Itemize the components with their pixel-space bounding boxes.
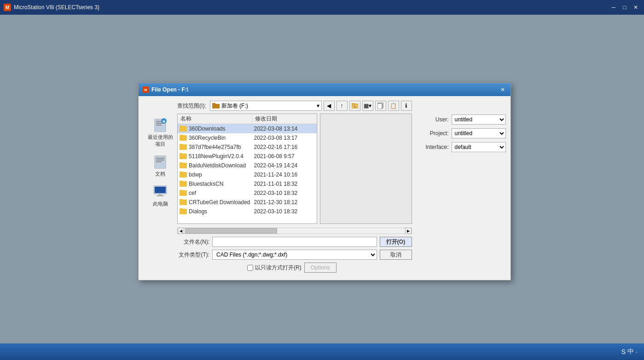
col-date-header[interactable]: 修改日期 (252, 114, 317, 124)
folder-icon (180, 126, 187, 131)
svg-text:+: + (354, 105, 356, 109)
location-label: 查找范围(I): (177, 102, 206, 110)
taskbar: S 中 · (0, 343, 644, 360)
file-list[interactable]: 名称 修改日期 360Downloads 2022-03-08 13:14 36… (177, 114, 317, 224)
folder-icon (180, 154, 187, 159)
table-row[interactable]: CRTubeGet Downloaded 2021-12-30 18:12 (178, 198, 316, 207)
toolbar-row: 查找范围(I): 新加卷 (F:) ▾ ◀ ↑ + ▦▾ 📋 ℹ (177, 101, 412, 111)
title-bar: M MicroStation V8i (SELECTseries 3) ─ □ … (0, 0, 644, 15)
maximize-button[interactable]: □ (620, 3, 629, 11)
table-row[interactable]: BluestacksCN 2021-11-01 18:32 (178, 179, 316, 189)
properties-button[interactable]: ℹ (401, 101, 412, 111)
table-row[interactable]: cef 2022-03-10 18:32 (178, 189, 316, 198)
readonly-text: 以只读方式打开(R) (255, 264, 302, 272)
table-row[interactable]: 360RecycleBin 2022-03-08 13:17 (178, 133, 316, 143)
user-row: User: untitled (417, 114, 506, 125)
svg-text:★: ★ (162, 119, 166, 124)
cancel-button[interactable]: 取消 (380, 250, 412, 260)
nav-computer[interactable]: 此电脑 (145, 181, 176, 209)
dialog-body: ★ 最近使用的项目 文档 (139, 96, 511, 280)
folder-icon (180, 190, 187, 196)
file-list-container: 名称 修改日期 360Downloads 2022-03-08 13:14 36… (177, 114, 412, 224)
filename-label: 文件名(N): (177, 238, 209, 246)
back-button[interactable]: ◀ (324, 101, 335, 111)
open-button[interactable]: 打开(O) (380, 237, 412, 247)
table-row[interactable]: bdwp 2021-11-24 10:16 (178, 170, 316, 179)
project-select[interactable]: untitled (452, 128, 506, 138)
folder-icon (180, 209, 187, 214)
recent-icon: ★ (152, 116, 168, 133)
svg-rect-8 (156, 160, 164, 160)
window-controls: ─ □ ✕ (609, 3, 640, 11)
file-name-cell: cef (178, 190, 252, 196)
dialog-icon: M (142, 86, 149, 93)
file-name-cell: BaiduNetdiskDownload (178, 162, 252, 169)
interface-row: Interface: default (417, 142, 506, 152)
table-row[interactable]: 387d7fbe44e275a7fb 2022-02-16 17:16 (178, 143, 316, 152)
table-row[interactable]: 5118NewPluginV2.0.4 2021-06-08 9:57 (178, 152, 316, 161)
filename-row: 文件名(N): 打开(O) (177, 237, 412, 247)
folder-icon (180, 144, 187, 150)
file-date-cell: 2022-02-16 17:16 (252, 144, 317, 150)
file-name-cell: 360RecycleBin (178, 135, 252, 141)
file-date-cell: 2022-03-08 13:14 (252, 126, 317, 132)
copy-button[interactable] (375, 101, 386, 111)
recent-label: 最近使用的项目 (146, 134, 174, 148)
view-button[interactable]: ▦▾ (362, 101, 373, 111)
filename-input[interactable] (212, 237, 377, 247)
filetype-select[interactable]: CAD Files (*.dgn;*.dwg;*.dxf) (212, 250, 377, 260)
svg-rect-15 (212, 103, 215, 105)
readonly-row: 以只读方式打开(R) Options (177, 263, 412, 273)
svg-rect-13 (157, 195, 164, 196)
file-name-cell: 387d7fbe44e275a7fb (178, 144, 252, 150)
dialog-close-button[interactable]: ✕ (499, 86, 507, 93)
table-row[interactable]: 360Downloads 2022-03-08 13:14 (178, 124, 316, 133)
user-select[interactable]: untitled (452, 114, 506, 125)
file-date-cell: 2022-04-19 14:24 (252, 162, 317, 169)
nav-recent[interactable]: ★ 最近使用的项目 (145, 114, 176, 149)
file-name-cell: CRTubeGet Downloaded (178, 199, 252, 206)
nav-documents[interactable]: 文档 (145, 151, 176, 179)
project-row: Project: untitled (417, 128, 506, 138)
interface-select[interactable]: default (452, 142, 506, 152)
file-name-cell: bdwp (178, 171, 252, 178)
file-date-cell: 2022-03-08 13:17 (252, 135, 317, 141)
minimize-button[interactable]: ─ (609, 3, 618, 11)
svg-rect-20 (377, 103, 382, 109)
scroll-thumb[interactable] (185, 228, 277, 234)
dialog-title: File Open - F:\ (151, 86, 499, 93)
svg-rect-9 (156, 161, 162, 162)
horizontal-scrollbar[interactable]: ◀ ▶ (177, 228, 412, 234)
close-button[interactable]: ✕ (631, 3, 640, 11)
folder-icon (180, 172, 187, 177)
file-open-dialog: M File Open - F:\ ✕ ★ 最近使用的项目 (138, 83, 511, 280)
main-content: 查找范围(I): 新加卷 (F:) ▾ ◀ ↑ + ▦▾ 📋 ℹ (177, 101, 412, 275)
readonly-label[interactable]: 以只读方式打开(R) (247, 264, 302, 272)
file-name-cell: 360Downloads (178, 126, 252, 132)
readonly-checkbox[interactable] (247, 265, 253, 271)
nav-sidebar: ★ 最近使用的项目 文档 (143, 101, 177, 275)
file-date-cell: 2021-12-30 18:12 (252, 199, 317, 206)
options-button[interactable]: Options (304, 263, 337, 273)
location-dropdown[interactable]: 新加卷 (F:) ▾ (210, 101, 322, 111)
computer-label: 此电脑 (153, 200, 168, 207)
taskbar-ime: S 中 · (619, 347, 640, 357)
paste-button[interactable]: 📋 (388, 101, 399, 111)
right-panel: User: untitled Project: untitled Interfa… (412, 101, 506, 275)
col-name-header[interactable]: 名称 (178, 114, 252, 124)
filetype-row: 文件类型(T): CAD Files (*.dgn;*.dwg;*.dxf) 取… (177, 250, 412, 260)
svg-rect-11 (155, 187, 166, 193)
scroll-left-button[interactable]: ◀ (178, 228, 184, 234)
up-button[interactable]: ↑ (337, 101, 348, 111)
svg-rect-3 (156, 125, 162, 126)
file-date-cell: 2021-06-08 9:57 (252, 153, 317, 160)
folder-icon (180, 200, 187, 205)
table-row[interactable]: Dialogs 2022-03-10 18:32 (178, 207, 316, 216)
file-list-header: 名称 修改日期 (178, 114, 316, 124)
table-row[interactable]: BaiduNetdiskDownload 2022-04-19 14:24 (178, 161, 316, 170)
scroll-right-button[interactable]: ▶ (405, 228, 412, 234)
project-label: Project: (417, 130, 449, 137)
file-rows: 360Downloads 2022-03-08 13:14 360Recycle… (178, 124, 316, 216)
user-label: User: (417, 116, 449, 123)
new-folder-button[interactable]: + (349, 101, 360, 111)
